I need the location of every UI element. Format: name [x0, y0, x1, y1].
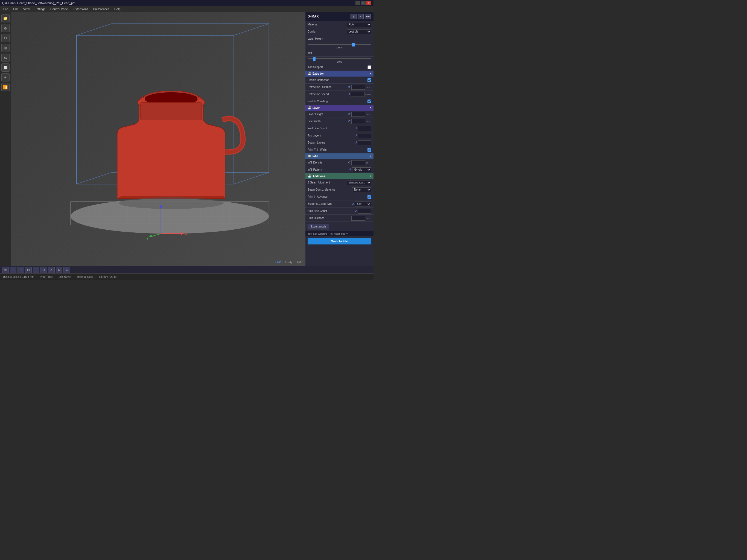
menu-file[interactable]: File: [1, 7, 10, 11]
view-layer-label[interactable]: Layer: [295, 261, 302, 263]
infill-pattern-reset-icon[interactable]: ↺: [349, 168, 351, 172]
retraction-distance-reset-icon[interactable]: ↺: [348, 85, 351, 89]
build-pla-row: Build Pla...sion Type ↺ Skirt: [305, 200, 374, 207]
save-button-container: Save to File: [305, 236, 374, 246]
support-button[interactable]: ⊿: [41, 267, 47, 273]
settings-button[interactable]: ⚙: [56, 267, 62, 273]
infill-section-header[interactable]: 🔲 Infill ▼: [305, 153, 374, 159]
save-to-file-button[interactable]: Save to File: [308, 238, 371, 245]
rotate-tool-button[interactable]: ↻: [1, 34, 9, 42]
center-object-button[interactable]: ⊕: [2, 267, 9, 273]
move-tool-button[interactable]: ✥: [1, 24, 9, 32]
layers-view-button[interactable]: ≡: [63, 267, 70, 273]
svg-point-17: [119, 197, 224, 209]
line-width-input[interactable]: 0.4: [351, 119, 365, 124]
menu-control-panel[interactable]: Control Panel: [48, 7, 71, 11]
retraction-speed-input[interactable]: 30: [351, 92, 364, 97]
bottom-layers-row: Bottom Layers ↺ 2: [305, 139, 374, 146]
mirror-tool-button[interactable]: ⇆: [1, 54, 9, 62]
infill-density-unit: %: [366, 161, 371, 164]
infill-icon: 🔲: [308, 154, 311, 158]
line-width-reset-icon[interactable]: ↺: [348, 120, 351, 123]
menu-help[interactable]: Help: [112, 7, 123, 11]
enable-coasting-checkbox[interactable]: [367, 100, 371, 103]
top-layers-reset-icon[interactable]: ↺: [354, 134, 357, 137]
menu-edit[interactable]: Edit: [11, 7, 21, 11]
menu-settings[interactable]: Settings: [32, 7, 48, 11]
bottom-layers-label: Bottom Layers: [308, 141, 353, 144]
edit-filename-icon[interactable]: ✏: [346, 232, 348, 235]
wall-line-count-value: ↺ 5: [354, 126, 371, 131]
bottom-layers-reset-icon[interactable]: ↺: [354, 141, 357, 144]
wall-line-count-input[interactable]: 5: [358, 126, 371, 131]
view-solid-label[interactable]: Solid: [275, 261, 281, 263]
skirt-line-count-input[interactable]: 3: [358, 209, 371, 213]
bottom-layers-input[interactable]: 2: [358, 140, 371, 145]
print-in-advance-checkbox[interactable]: [367, 195, 371, 199]
align-button[interactable]: ⊞: [10, 267, 17, 273]
scale-tool-button[interactable]: ⊞: [1, 44, 9, 52]
delete-button[interactable]: ✕: [48, 267, 55, 273]
enable-retraction-checkbox[interactable]: [367, 78, 371, 82]
menu-extensions[interactable]: Extensions: [71, 7, 91, 11]
skirt-distance-input[interactable]: 4: [351, 216, 365, 221]
layer-section-header[interactable]: 💾 Layer ▼: [305, 105, 374, 111]
merge-button[interactable]: ⊡: [33, 267, 40, 273]
z-seam-select[interactable]: Sharpest Cor...: [347, 180, 371, 185]
infill-slider-row[interactable]: 10%: [305, 57, 374, 64]
layer-height-slider-row[interactable]: 0.3mm: [305, 42, 374, 50]
svg-marker-22: [149, 235, 153, 238]
layer-height-label: Layer Height: [308, 37, 371, 40]
layer-height-track[interactable]: [308, 44, 371, 45]
right-panel: X-MAX 🖨 X ▶▶ Material PLA Config best pl…: [305, 12, 374, 266]
retraction-distance-input[interactable]: 3: [351, 85, 365, 90]
layer-height-setting-input[interactable]: 0.3: [351, 112, 365, 117]
infill-header-row: Infill: [305, 50, 374, 57]
additions-section-header[interactable]: 💾 Additions ▼: [305, 173, 374, 179]
view-xray-label[interactable]: X-Ray: [285, 261, 292, 263]
layers-button[interactable]: ≡: [1, 73, 9, 81]
view3d-button[interactable]: 🔲: [1, 63, 9, 72]
config-value-container: best pla: [347, 29, 371, 34]
infill-density-input[interactable]: 10: [351, 160, 365, 165]
viewport[interactable]: Z Y X Solid X-Ray Layer: [11, 12, 305, 266]
extruder-section-header[interactable]: 💾 Extruder ▼: [305, 71, 374, 77]
wifi-button[interactable]: 📶: [1, 83, 9, 91]
material-select[interactable]: PLA: [347, 22, 371, 27]
wall-line-count-reset-icon[interactable]: ↺: [354, 127, 357, 130]
printer-x-button[interactable]: X: [358, 14, 364, 19]
retraction-speed-reset-icon[interactable]: ↺: [347, 93, 350, 96]
build-pla-select[interactable]: Skirt: [355, 202, 371, 206]
add-support-label: Add Support: [308, 66, 366, 69]
print-thin-walls-checkbox[interactable]: [367, 148, 371, 152]
menu-view[interactable]: View: [21, 7, 32, 11]
layer-height-thumb[interactable]: [352, 43, 355, 47]
top-layers-label: Top Layers: [308, 134, 353, 137]
close-button[interactable]: ✕: [366, 1, 371, 5]
minimize-button[interactable]: ─: [356, 1, 360, 5]
open-file-button[interactable]: 📁: [1, 14, 9, 22]
infill-pattern-select[interactable]: Gyroid: [352, 167, 371, 172]
infill-thumb[interactable]: [313, 57, 315, 61]
split-button[interactable]: ⊠: [25, 267, 32, 273]
seam-corn-label: Seam Corn...reference: [308, 188, 351, 191]
skirt-distance-row: Skirt Distance 4 mm: [305, 215, 374, 222]
multiply-button[interactable]: ⊟: [18, 267, 24, 273]
add-support-row: Add Support: [305, 64, 374, 71]
infill-track[interactable]: [308, 58, 371, 59]
printer-nav-button[interactable]: ▶▶: [365, 14, 371, 19]
layer-height-reset-icon[interactable]: ↺: [348, 112, 351, 116]
menu-preferences[interactable]: Preferences: [91, 7, 111, 11]
infill-density-reset-icon[interactable]: ↺: [348, 161, 351, 164]
top-layers-value: ↺ 5: [354, 133, 371, 138]
top-layers-row: Top Layers ↺ 5: [305, 132, 374, 139]
config-select[interactable]: best pla: [347, 29, 371, 34]
top-layers-input[interactable]: 5: [358, 133, 371, 138]
build-pla-reset-icon[interactable]: ↺: [352, 202, 354, 206]
printer-icon-button[interactable]: 🖨: [351, 14, 357, 19]
seam-corn-select[interactable]: None: [352, 187, 371, 192]
expert-mode-button[interactable]: Expert mode: [308, 224, 329, 229]
maximize-button[interactable]: □: [361, 1, 366, 5]
add-support-checkbox[interactable]: [367, 65, 371, 69]
skirt-line-count-reset-icon[interactable]: ↺: [354, 209, 357, 213]
